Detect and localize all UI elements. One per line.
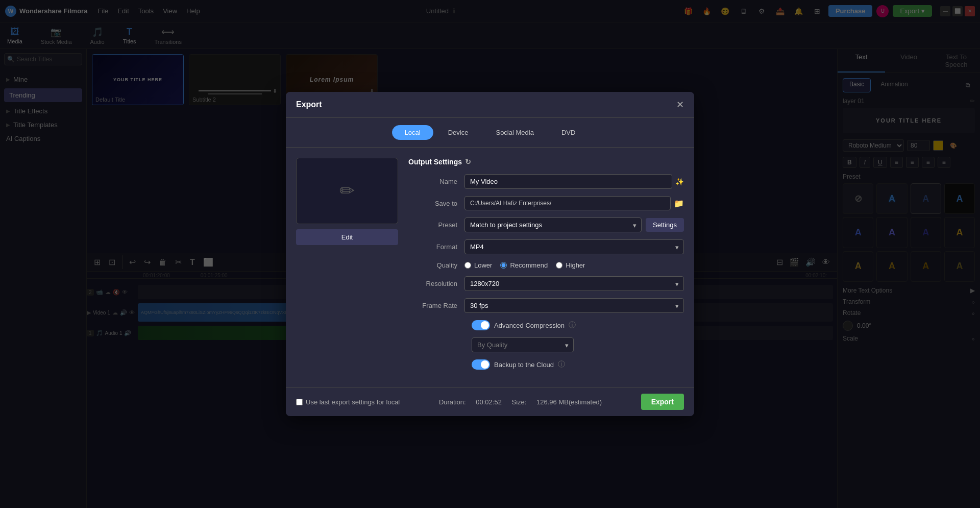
export-tab-local[interactable]: Local — [392, 125, 433, 140]
export-action-button[interactable]: Export — [641, 394, 684, 410]
advanced-compression-toggle[interactable] — [472, 320, 490, 330]
quality-higher[interactable]: Higher — [556, 261, 585, 269]
name-label: Name — [408, 178, 464, 185]
dialog-close-button[interactable]: ✕ — [676, 99, 684, 110]
preset-label-field: Preset — [408, 221, 464, 229]
quality-options: Lower Recommend Higher — [464, 261, 585, 269]
use-last-settings-label: Use last export settings for local — [306, 398, 400, 406]
footer-info: Duration: 00:02:52 Size: 126.96 MB(estim… — [435, 398, 606, 406]
use-last-settings-input[interactable] — [296, 399, 303, 405]
size-label: Size: — [512, 398, 527, 406]
dialog-title: Export — [296, 100, 322, 109]
refresh-icon[interactable]: ↻ — [465, 158, 471, 166]
format-select[interactable]: MP4 — [464, 239, 684, 254]
format-select-wrapper: MP4 — [464, 239, 684, 254]
output-settings-label: Output Settings — [408, 158, 462, 166]
quality-row: Quality Lower Recommend Higher — [408, 261, 684, 269]
frame-rate-select-wrapper: 30 fps — [464, 298, 684, 313]
quality-label: Quality — [408, 261, 464, 269]
backup-cloud-row: Backup to the Cloud ⓘ — [408, 359, 684, 370]
frame-rate-row: Frame Rate 30 fps — [408, 298, 684, 313]
preview-box: ✏ — [296, 158, 398, 224]
size-value: 126.96 MB(estimated) — [536, 398, 602, 406]
save-to-label: Save to — [408, 200, 464, 207]
backup-cloud-area: Backup to the Cloud ⓘ — [408, 359, 684, 370]
export-dialog: Export ✕ Local Device Social Media DVD ✏… — [286, 92, 694, 416]
preset-select[interactable]: Match to project settings — [464, 217, 642, 232]
dialog-header: Export ✕ — [286, 92, 694, 118]
duration-label: Duration: — [439, 398, 466, 406]
preset-row: Preset Match to project settings Setting… — [408, 217, 684, 232]
advanced-compression-label: Advanced Compression — [494, 322, 565, 329]
export-tab-device[interactable]: Device — [435, 125, 481, 140]
resolution-select-wrapper: 1280x720 — [464, 276, 684, 291]
backup-cloud-toggle[interactable] — [472, 359, 490, 370]
frame-rate-select[interactable]: 30 fps — [464, 298, 684, 313]
quality-higher-radio[interactable] — [556, 262, 562, 269]
by-quality-wrapper: By Quality — [472, 337, 574, 352]
dialog-settings: Output Settings ↻ Name ✨ Save to 📁 — [408, 158, 684, 377]
dialog-footer: Use last export settings for local Durat… — [286, 387, 694, 416]
export-tab-social[interactable]: Social Media — [483, 125, 546, 140]
quality-recommend-radio[interactable] — [500, 262, 507, 269]
settings-button[interactable]: Settings — [646, 218, 684, 232]
preset-select-wrapper: Match to project settings — [464, 217, 642, 232]
path-control: 📁 — [464, 196, 684, 210]
dialog-body: ✏ Edit Output Settings ↻ Name ✨ Sav — [286, 148, 694, 387]
advanced-compression-area: Advanced Compression ⓘ — [408, 320, 684, 330]
resolution-row: Resolution 1280x720 — [408, 276, 684, 291]
name-input[interactable] — [464, 174, 672, 189]
name-control: ✨ — [464, 174, 684, 189]
backup-cloud-info-icon[interactable]: ⓘ — [558, 360, 565, 369]
path-input[interactable] — [464, 196, 671, 210]
preview-edit-icon: ✏ — [339, 180, 355, 202]
folder-button[interactable]: 📁 — [674, 199, 684, 208]
use-last-settings-checkbox[interactable]: Use last export settings for local — [296, 398, 400, 406]
dialog-preview: ✏ Edit — [296, 158, 398, 377]
quality-lower-radio[interactable] — [464, 262, 471, 269]
quality-lower[interactable]: Lower — [464, 261, 492, 269]
dialog-tabs: Local Device Social Media DVD — [286, 118, 694, 148]
duration-value: 00:02:52 — [476, 398, 502, 406]
output-settings-header: Output Settings ↻ — [408, 158, 684, 166]
quality-recommend[interactable]: Recommend — [500, 261, 548, 269]
advanced-compression-info-icon[interactable]: ⓘ — [569, 321, 576, 330]
ai-icon[interactable]: ✨ — [675, 178, 684, 186]
frame-rate-label: Frame Rate — [408, 302, 464, 309]
export-tab-dvd[interactable]: DVD — [549, 125, 588, 140]
backup-cloud-label: Backup to the Cloud — [494, 361, 554, 369]
resolution-select[interactable]: 1280x720 — [464, 276, 684, 291]
format-label: Format — [408, 243, 464, 251]
by-quality-select[interactable]: By Quality — [472, 337, 574, 352]
export-dialog-overlay: Export ✕ Local Device Social Media DVD ✏… — [0, 0, 980, 508]
format-row: Format MP4 — [408, 239, 684, 254]
name-row: Name ✨ — [408, 174, 684, 189]
edit-button[interactable]: Edit — [296, 229, 398, 245]
advanced-compression-row: Advanced Compression ⓘ — [408, 320, 684, 330]
save-to-row: Save to 📁 — [408, 196, 684, 210]
resolution-label: Resolution — [408, 280, 464, 287]
